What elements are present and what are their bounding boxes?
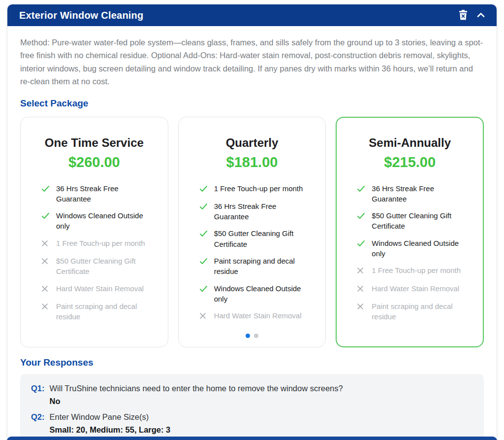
check-icon (199, 283, 208, 305)
answer-text: Small: 20, Medium: 55, Large: 3 (50, 425, 171, 435)
delete-section-button[interactable] (458, 9, 468, 22)
feature-label: 1 Free Touch-up per month (214, 183, 303, 195)
check-icon (357, 238, 365, 259)
package-card-2[interactable]: Semi-Annually$215.0036 Hrs Streak Free G… (336, 117, 484, 347)
feature-item: 1 Free Touch-up per month (199, 183, 311, 195)
check-icon (199, 201, 208, 222)
question-body: Will TruShine technicians need to enter … (50, 384, 343, 406)
feature-label: Hard Water Stain Removal (214, 310, 302, 322)
feature-label: Paint scraping and decal residue (56, 301, 153, 322)
feature-item: 1 Free Touch-up per month (357, 265, 469, 276)
x-icon (357, 265, 365, 276)
feature-item: Paint scraping and decal residue (199, 256, 311, 277)
collapse-section-button[interactable] (477, 12, 485, 19)
feature-item: Windows Cleaned Outside only (199, 283, 311, 305)
package-name: One Time Service (35, 136, 153, 150)
check-icon (41, 183, 50, 204)
package-card-row: One Time Service$260.0036 Hrs Streak Fre… (20, 117, 484, 347)
package-name: Semi-Annually (351, 136, 469, 150)
check-icon (357, 210, 365, 232)
feature-item: Hard Water Stain Removal (199, 310, 311, 322)
next-section-header-peek[interactable] (7, 437, 497, 440)
answer-text: No (50, 397, 343, 406)
question-label: Q1: (31, 384, 45, 406)
package-price: $181.00 (193, 154, 311, 170)
x-icon (41, 238, 50, 249)
feature-label: Paint scraping and decal residue (372, 301, 468, 322)
response-item-2: Q2:Enter Window Pane Size(s)Small: 20, M… (31, 412, 473, 435)
trash-icon (458, 9, 468, 22)
feature-label: 36 Hrs Streak Free Guarantee (56, 183, 153, 204)
check-icon (357, 183, 365, 204)
select-package-heading: Select Package (20, 98, 484, 109)
feature-item: 36 Hrs Streak Free Guarantee (357, 183, 469, 204)
x-icon (41, 301, 50, 322)
feature-item: $50 Gutter Cleaning Gift Certificate (199, 228, 311, 249)
question-text: Enter Window Pane Size(s) (50, 412, 171, 422)
package-price: $215.00 (351, 154, 469, 170)
feature-label: Windows Cleaned Outside only (56, 210, 153, 232)
check-icon (199, 256, 208, 277)
feature-label: 36 Hrs Streak Free Guarantee (214, 201, 311, 222)
package-price: $260.00 (35, 154, 153, 170)
section-body: Method: Pure-water water-fed pole system… (7, 26, 497, 440)
carousel-dot[interactable] (254, 334, 258, 338)
service-description: Method: Pure-water water-fed pole system… (20, 36, 484, 88)
feature-item: 36 Hrs Streak Free Guarantee (41, 183, 153, 204)
feature-list: 36 Hrs Streak Free GuaranteeWindows Clea… (35, 183, 153, 329)
feature-item: 36 Hrs Streak Free Guarantee (199, 201, 311, 222)
feature-list: 1 Free Touch-up per month36 Hrs Streak F… (193, 183, 311, 329)
section-header[interactable]: Exterior Window Cleaning (7, 4, 497, 26)
feature-label: 36 Hrs Streak Free Guarantee (372, 183, 468, 204)
feature-label: Windows Cleaned Outside only (372, 238, 468, 259)
feature-label: Paint scraping and decal residue (214, 256, 311, 277)
check-icon (199, 183, 208, 195)
feature-label: Hard Water Stain Removal (372, 283, 459, 295)
package-card-0[interactable]: One Time Service$260.0036 Hrs Streak Fre… (20, 117, 168, 347)
feature-label: Windows Cleaned Outside only (214, 283, 311, 305)
response-item-1: Q1:Will TruShine technicians need to ent… (31, 384, 473, 406)
feature-item: Hard Water Stain Removal (41, 283, 153, 295)
chevron-up-icon (477, 12, 485, 19)
responses-box: Q1:Will TruShine technicians need to ent… (20, 374, 484, 440)
feature-item: 1 Free Touch-up per month (41, 238, 153, 249)
feature-label: Hard Water Stain Removal (56, 283, 144, 295)
check-icon (41, 210, 50, 232)
question-text: Will TruShine technicians need to enter … (50, 384, 343, 393)
feature-item: Paint scraping and decal residue (357, 301, 469, 322)
feature-label: $50 Gutter Cleaning Gift Certificate (56, 256, 153, 277)
feature-item: $50 Gutter Cleaning Gift Certificate (357, 210, 469, 232)
x-icon (357, 301, 365, 322)
service-section-card: Exterior Window Cleaning (7, 4, 497, 440)
x-icon (357, 283, 365, 295)
x-icon (41, 256, 50, 277)
feature-label: $50 Gutter Cleaning Gift Certificate (214, 228, 311, 249)
feature-item: Windows Cleaned Outside only (357, 238, 469, 259)
carousel-dot-active[interactable] (246, 334, 250, 338)
carousel-dots (193, 329, 311, 339)
package-card-1[interactable]: Quarterly$181.001 Free Touch-up per mont… (178, 117, 326, 347)
feature-label: $50 Gutter Cleaning Gift Certificate (372, 210, 468, 232)
feature-label: 1 Free Touch-up per month (56, 238, 145, 249)
feature-item: Paint scraping and decal residue (41, 301, 153, 322)
header-actions (458, 9, 485, 22)
feature-item: $50 Gutter Cleaning Gift Certificate (41, 256, 153, 277)
question-body: Enter Window Pane Size(s)Small: 20, Medi… (50, 412, 171, 435)
your-responses-heading: Your Responses (20, 357, 484, 368)
feature-list: 36 Hrs Streak Free Guarantee$50 Gutter C… (351, 183, 469, 329)
feature-label: 1 Free Touch-up per month (372, 265, 461, 276)
x-icon (41, 283, 50, 295)
x-icon (199, 310, 208, 322)
question-label: Q2: (31, 412, 45, 435)
check-icon (199, 228, 208, 249)
feature-item: Windows Cleaned Outside only (41, 210, 153, 232)
section-title: Exterior Window Cleaning (19, 10, 458, 21)
feature-item: Hard Water Stain Removal (357, 283, 469, 295)
package-name: Quarterly (193, 136, 311, 150)
